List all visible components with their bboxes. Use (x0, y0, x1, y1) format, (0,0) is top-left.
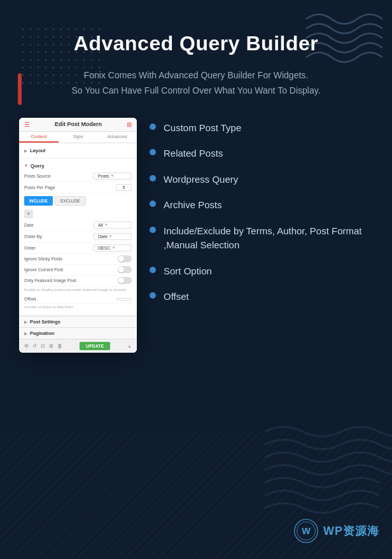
subtitle-line1: Fonix Comes With Advanced Query Builder … (71, 68, 320, 83)
feature-item-4: Include/Exclude by Terms, Author, Post F… (150, 224, 373, 253)
posts-source-label: Posts Source (24, 174, 51, 178)
posts-per-page-value[interactable]: 5 (116, 184, 132, 191)
pagination-label: Pagination (30, 330, 54, 336)
query-section-header[interactable]: ▼ Query (24, 161, 132, 171)
feature-bullet-2 (150, 175, 156, 181)
feature-text-3: Archive Posts (164, 198, 222, 213)
feature-item-5: Sort Option (150, 264, 373, 279)
feature-item-0: Custom Post Type (150, 121, 373, 136)
posts-source-value[interactable]: Posts ▼ (94, 173, 132, 180)
order-row: Order DESC ▼ (24, 243, 132, 254)
only-featured-row: Only Featured Image Post (24, 276, 132, 287)
feature-text-6: Offset (164, 290, 189, 304)
include-exclude-row: INCLUDE EXCLUDE (24, 194, 132, 208)
feature-bullet-6 (150, 292, 156, 299)
date-value[interactable]: All ▼ (94, 222, 132, 229)
page-title: Advanced Query Builder (74, 32, 318, 55)
feature-text-0: Custom Post Type (164, 121, 241, 136)
feature-bullet-4 (150, 227, 156, 233)
feature-text-1: Related Posts (164, 146, 223, 161)
order-by-label: Order By (24, 234, 42, 239)
mockup-header: ☰ Edit Post Modern ⊞ (19, 118, 137, 132)
tab-content[interactable]: Content (19, 132, 59, 143)
ignore-current-toggle[interactable] (118, 266, 132, 273)
feature-bullet-1 (150, 149, 156, 155)
ignore-current-label: Ignore Current Post (24, 267, 63, 272)
footer-chevron: ▲ (127, 344, 132, 348)
only-featured-toggle[interactable] (118, 277, 132, 284)
ignore-sticky-toggle[interactable] (118, 255, 132, 262)
exclude-button[interactable]: EXCLUDE (55, 196, 86, 206)
mockup-tabs: Content Style Advanced (19, 132, 137, 143)
feature-bullet-0 (150, 124, 156, 130)
watermark: W WP资源海 (294, 519, 379, 543)
history-icon[interactable]: ↺ (32, 343, 37, 349)
layout-arrow: ▶ (24, 148, 27, 153)
featured-note: Enable to display posts only when featur… (24, 287, 132, 295)
settings-icon[interactable]: ⚙ (24, 343, 29, 349)
watermark-text: WP资源海 (323, 523, 379, 539)
order-label: Order (24, 246, 36, 250)
main-layout: ☰ Edit Post Modern ⊞ Content Style Advan… (0, 118, 392, 353)
feature-text-2: Wordpress Query (164, 173, 238, 187)
offset-row: Offset (24, 295, 132, 304)
query-arrow: ▼ (24, 164, 28, 167)
mockup-footer: ⚙ ↺ ⊡ ⊞ 🗑 UPDATE ▲ (19, 339, 137, 353)
wordpress-logo: W (294, 519, 318, 543)
date-label: Date (24, 223, 34, 227)
order-by-chevron: ▼ (109, 234, 113, 238)
tab-style[interactable]: Style (59, 132, 98, 143)
post-settings-arrow: ▶ (24, 320, 27, 324)
offset-note: number of posts to skip them (24, 304, 132, 313)
widget-mockup: ☰ Edit Post Modern ⊞ Content Style Advan… (19, 118, 137, 353)
post-settings-label: Post Settings (30, 319, 60, 325)
order-value[interactable]: DESC ▼ (94, 244, 132, 251)
date-row: Date All ▼ (24, 220, 132, 231)
copy-icon[interactable]: ⊡ (41, 343, 45, 349)
feature-text-5: Sort Option (164, 264, 212, 279)
hamburger-icon: ☰ (24, 121, 30, 128)
ignore-sticky-row: Ignore Sticky Posts (24, 254, 132, 265)
update-button[interactable]: UPDATE (80, 342, 110, 350)
feature-text-4: Include/Exclude by Terms, Author, Post F… (164, 224, 373, 253)
layout-section-header[interactable]: ▶ Layout (24, 146, 132, 155)
layout-label: Layout (30, 148, 46, 153)
ignore-current-row: Ignore Current Post (24, 265, 132, 276)
feature-item-2: Wordpress Query (150, 173, 373, 187)
order-chevron: ▼ (111, 246, 115, 250)
feature-bullet-5 (150, 267, 156, 273)
mockup-title: Edit Post Modern (30, 121, 127, 127)
layout-section: ▶ Layout (19, 143, 137, 159)
order-by-row: Order By Date ▼ (24, 231, 132, 243)
delete-icon[interactable]: 🗑 (57, 343, 62, 349)
add-button[interactable]: + (24, 209, 33, 218)
subtitle: Fonix Comes With Advanced Query Builder … (71, 68, 320, 99)
feature-list: Custom Post TypeRelated PostsWordpress Q… (150, 118, 373, 316)
paste-icon[interactable]: ⊞ (49, 343, 53, 349)
main-content: Advanced Query Builder Fonix Comes With … (0, 0, 392, 353)
posts-source-chevron: ▼ (111, 174, 115, 178)
offset-value[interactable] (116, 298, 132, 301)
date-chevron: ▼ (104, 223, 108, 227)
pagination-section[interactable]: ▶ Pagination (19, 327, 137, 339)
footer-icons: ⚙ ↺ ⊡ ⊞ 🗑 (24, 343, 62, 349)
posts-per-page-row: Posts Per Page 5 (24, 182, 132, 194)
ignore-sticky-label: Ignore Sticky Posts (24, 257, 62, 261)
posts-source-row: Posts Source Posts ▼ (24, 171, 132, 182)
query-label: Query (31, 163, 45, 169)
query-section: ▼ Query Posts Source Posts ▼ Posts Per P… (19, 159, 137, 316)
offset-label: Offset (24, 297, 36, 301)
pagination-arrow: ▶ (24, 331, 27, 336)
order-by-value[interactable]: Date ▼ (94, 233, 132, 240)
subtitle-line2: So You Can Have Full Control Over What Y… (71, 83, 320, 99)
svg-text:W: W (302, 526, 311, 536)
feature-bullet-3 (150, 201, 156, 207)
include-button[interactable]: INCLUDE (24, 196, 53, 206)
post-settings-section[interactable]: ▶ Post Settings (19, 316, 137, 327)
grid-icon: ⊞ (127, 121, 132, 128)
only-featured-label: Only Featured Image Post (24, 278, 76, 283)
feature-item-6: Offset (150, 290, 373, 304)
tab-advanced[interactable]: Advanced (97, 132, 137, 143)
posts-per-page-label: Posts Per Page (24, 185, 55, 190)
feature-item-1: Related Posts (150, 146, 373, 161)
